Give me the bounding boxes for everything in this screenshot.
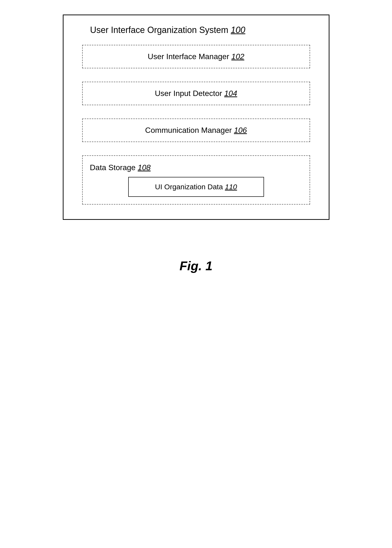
communication-manager-ref: 106 bbox=[234, 126, 247, 135]
ui-organization-data-box: UI Organization Data 110 bbox=[128, 177, 264, 197]
data-storage-text: Data Storage bbox=[90, 163, 136, 172]
data-storage-box: Data Storage 108 UI Organization Data 11… bbox=[82, 155, 310, 205]
system-title-ref: 100 bbox=[231, 25, 245, 35]
user-input-detector-box: User Input Detector 104 bbox=[82, 82, 310, 105]
user-input-detector-label: User Input Detector 104 bbox=[155, 89, 237, 98]
data-storage-ref: 108 bbox=[138, 163, 151, 172]
outer-system-box: User Interface Organization System 100 U… bbox=[63, 15, 329, 220]
system-title: User Interface Organization System 100 bbox=[76, 25, 245, 35]
communication-manager-label: Communication Manager 106 bbox=[145, 126, 247, 135]
figure-caption: Fig. 1 bbox=[180, 259, 213, 273]
user-input-detector-ref: 104 bbox=[224, 89, 237, 98]
page-container: User Interface Organization System 100 U… bbox=[0, 0, 392, 548]
ui-organization-data-label: UI Organization Data 110 bbox=[155, 183, 237, 191]
user-input-detector-text: User Input Detector bbox=[155, 89, 222, 98]
communication-manager-box: Communication Manager 106 bbox=[82, 119, 310, 142]
system-title-text: User Interface Organization System bbox=[90, 25, 228, 35]
data-storage-title: Data Storage 108 bbox=[90, 163, 151, 172]
ui-manager-text: User Interface Manager bbox=[148, 52, 229, 61]
ui-manager-box: User Interface Manager 102 bbox=[82, 45, 310, 68]
ui-organization-data-ref: 110 bbox=[225, 183, 237, 191]
ui-manager-label: User Interface Manager 102 bbox=[148, 52, 244, 61]
communication-manager-text: Communication Manager bbox=[145, 126, 232, 135]
ui-manager-ref: 102 bbox=[231, 52, 244, 61]
ui-organization-data-text: UI Organization Data bbox=[155, 183, 223, 191]
